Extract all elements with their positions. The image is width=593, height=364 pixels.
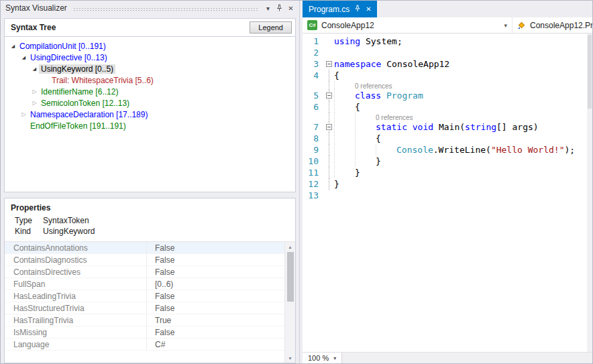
line-number: 1 <box>303 36 325 47</box>
expander-icon[interactable]: ◢ <box>19 55 28 60</box>
expander-icon[interactable]: ◢ <box>30 66 39 72</box>
code-token: } <box>376 156 381 166</box>
property-row[interactable]: IsMissingFalse <box>5 326 284 339</box>
collapse-box-icon[interactable]: − <box>326 93 332 99</box>
code-token: ConsoleApp12 <box>381 59 449 69</box>
property-row[interactable]: HasLeadingTriviaFalse <box>5 290 284 302</box>
code-line: 12} <box>303 178 592 190</box>
line-number: 5 <box>303 90 325 101</box>
line-number: 4 <box>303 70 325 81</box>
property-row[interactable]: ContainsDirectivesFalse <box>5 266 284 278</box>
outlining-margin <box>325 167 334 178</box>
code-token: Program <box>386 90 423 101</box>
property-name: FullSpan <box>5 278 147 290</box>
indent-guide <box>334 156 355 167</box>
type-label: Type <box>15 216 43 225</box>
tree-node[interactable]: ▷SemicolonToken [12..13) <box>5 97 295 109</box>
outlining-margin: − <box>325 121 334 133</box>
tree-node[interactable]: ◢UsingDirective [0..13) <box>5 52 295 63</box>
legend-button[interactable]: Legend <box>250 21 292 34</box>
property-row[interactable]: LanguageC# <box>5 339 284 351</box>
collapse-box-icon[interactable]: − <box>326 61 332 67</box>
expander-icon[interactable]: ◢ <box>9 44 17 49</box>
indent-guide <box>355 144 376 156</box>
code-token: 0 references <box>355 82 392 90</box>
tab-program-cs[interactable]: Program.cs ✕ <box>303 1 377 17</box>
code-line: 5−class Program <box>303 90 592 101</box>
tree-node[interactable]: ▷NamespaceDeclaration [17..189) <box>5 109 295 120</box>
indent-guide <box>334 90 355 101</box>
syntax-visualizer-panel: Syntax Visualizer ▾ ✕ Syntax Tree Legend… <box>1 1 300 363</box>
outlining-margin <box>325 156 334 167</box>
vs-window: Syntax Visualizer ▾ ✕ Syntax Tree Legend… <box>0 0 593 364</box>
property-value: True <box>147 314 171 326</box>
code-text: } <box>334 156 592 167</box>
line-number: 10 <box>303 156 325 167</box>
expander-icon[interactable]: ▷ <box>30 88 39 95</box>
property-name: ContainsDirectives <box>5 266 147 278</box>
pin-icon[interactable] <box>274 3 285 14</box>
type-dropdown[interactable]: ConsoleApp12.Pro <box>512 17 592 33</box>
kind-value: UsingKeyword <box>43 227 95 236</box>
line-number: 8 <box>303 133 325 144</box>
indent-guide <box>355 133 376 144</box>
tree-node[interactable]: Trail: WhitespaceTrivia [5..6) <box>5 74 295 86</box>
zoom-control[interactable]: 100 % ▾ <box>303 353 342 363</box>
close-icon[interactable]: ✕ <box>285 3 296 14</box>
scrollbar-thumb[interactable] <box>287 252 294 302</box>
line-number: 9 <box>303 144 325 156</box>
code-text: class Program <box>334 90 592 101</box>
code-line: 10} <box>303 156 592 167</box>
tab-strip: Program.cs ✕ <box>303 1 592 17</box>
tab-pin-icon[interactable] <box>354 5 361 14</box>
indent-guide <box>376 144 396 156</box>
code-editor[interactable]: 1using System;23−namespace ConsoleApp124… <box>303 34 592 352</box>
line-number: 13 <box>303 190 325 201</box>
property-row[interactable]: HasTrailingTriviaTrue <box>5 314 284 326</box>
property-row[interactable]: FullSpan[0..6) <box>5 278 284 290</box>
line-number: 2 <box>303 47 325 58</box>
code-text: static void Main(string[] args) <box>334 121 592 133</box>
code-text: } <box>334 167 592 178</box>
tree-node[interactable]: ◢CompilationUnit [0..191) <box>5 40 295 52</box>
codelens-row: 0 references <box>303 113 592 121</box>
titlebar-grip <box>73 7 258 11</box>
property-name: ContainsDiagnostics <box>5 254 147 265</box>
window-position-icon[interactable]: ▾ <box>262 3 274 14</box>
property-row[interactable]: ContainsDiagnosticsFalse <box>5 254 284 266</box>
tree-node[interactable]: EndOfFileToken [191..191) <box>5 120 295 131</box>
line-number: 6 <box>303 101 325 113</box>
code-line: 7−static void Main(string[] args) <box>303 121 592 133</box>
properties-grid-wrap: ContainsAnnotationsFalseContainsDiagnost… <box>5 241 295 363</box>
code-token: .WriteLine( <box>433 145 491 155</box>
scroll-down-icon[interactable]: ▼ <box>285 353 295 363</box>
outlining-margin <box>325 47 334 58</box>
scroll-up-icon[interactable]: ▲ <box>285 242 295 251</box>
code-token <box>407 122 413 132</box>
code-text <box>334 190 592 201</box>
syntax-tree-group: Syntax Tree Legend ◢CompilationUnit [0..… <box>4 18 296 192</box>
tab-close-icon[interactable]: ✕ <box>366 5 371 13</box>
property-row[interactable]: ContainsAnnotationsFalse <box>5 242 284 254</box>
indent-guide <box>334 121 355 133</box>
code-rows: 1using System;23−namespace ConsoleApp124… <box>303 36 592 201</box>
expander-icon[interactable]: ▷ <box>19 111 28 117</box>
tree-node[interactable]: ▷IdentifierName [6..12) <box>5 86 295 97</box>
code-text: using System; <box>334 36 592 47</box>
tool-window-titlebar[interactable]: Syntax Visualizer ▾ ✕ <box>1 1 299 15</box>
expander-icon[interactable]: ▷ <box>30 100 39 106</box>
code-token: { <box>355 102 360 112</box>
property-name: HasTrailingTrivia <box>5 314 147 326</box>
editor-scrollbar[interactable] <box>587 34 592 352</box>
tree-node[interactable]: ◢UsingKeyword [0..5) <box>5 63 295 74</box>
project-dropdown[interactable]: C# ConsoleApp12 ▾ <box>303 17 512 33</box>
code-line: 8{ <box>303 133 592 144</box>
collapse-box-icon[interactable]: − <box>326 124 332 130</box>
editor-scrollbar-thumb[interactable] <box>588 35 592 109</box>
code-token: namespace <box>334 59 381 69</box>
code-token: { <box>376 133 381 143</box>
property-row[interactable]: HasStructuredTriviaFalse <box>5 302 284 314</box>
code-text: 0 references <box>334 113 592 121</box>
horizontal-scrollbar[interactable] <box>342 353 592 363</box>
properties-scrollbar[interactable]: ▲ ▼ <box>284 242 295 363</box>
